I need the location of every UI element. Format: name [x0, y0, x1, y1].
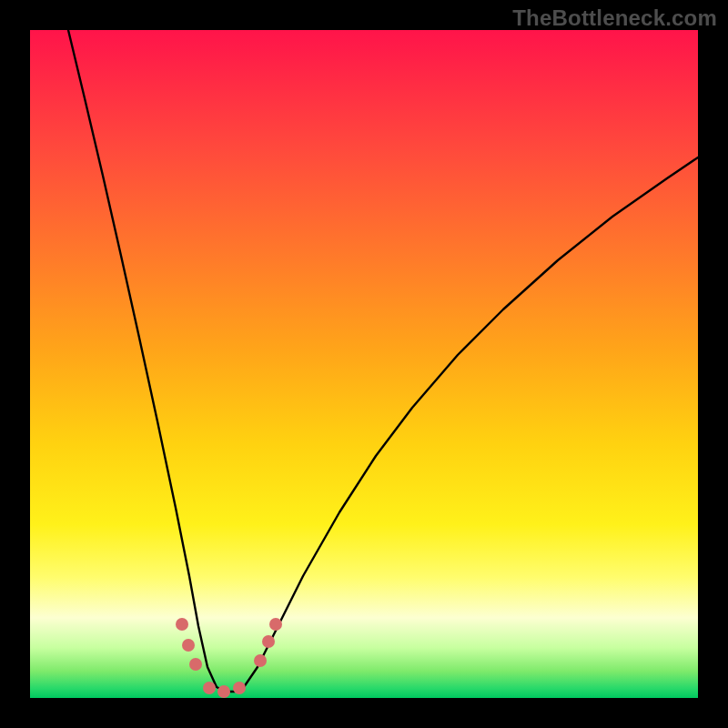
- threshold-dot: [203, 682, 216, 694]
- threshold-dot: [217, 685, 230, 698]
- threshold-dot: [182, 639, 195, 652]
- bottleneck-chart-svg: [30, 30, 698, 698]
- threshold-dot: [269, 618, 282, 631]
- chart-plot-area: [30, 30, 698, 698]
- threshold-dot: [254, 654, 267, 667]
- threshold-dot: [233, 682, 246, 694]
- attribution-label: TheBottleneck.com: [512, 5, 717, 31]
- threshold-dot: [176, 618, 188, 631]
- threshold-dot: [189, 658, 202, 671]
- threshold-dot: [262, 635, 275, 648]
- bottleneck-curve: [68, 30, 698, 692]
- threshold-markers: [176, 618, 282, 698]
- outer-frame: TheBottleneck.com: [0, 0, 728, 728]
